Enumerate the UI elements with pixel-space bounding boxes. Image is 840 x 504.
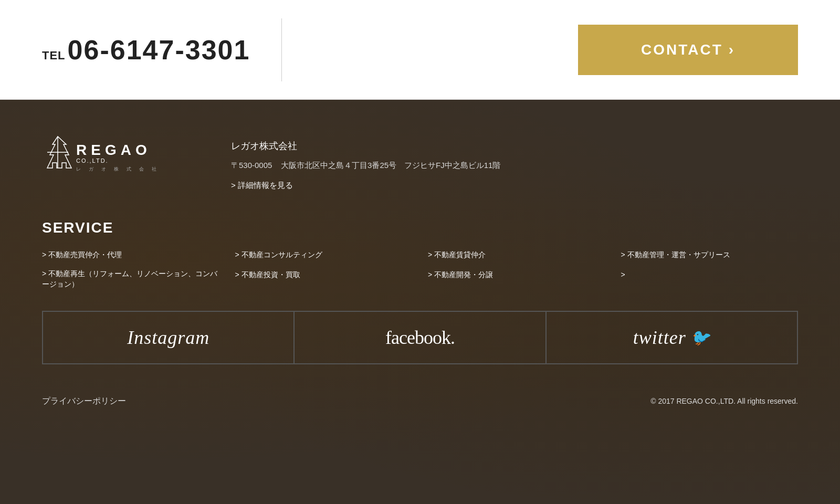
tel-number: 06-6147-3301: [68, 34, 250, 66]
service-item-1[interactable]: 不動産売買仲介・代理: [42, 249, 219, 260]
footer-logo: REGAO CO.,LTD. レ ガ オ 株 式 会 社: [42, 131, 189, 175]
service-grid: 不動産売買仲介・代理 不動産コンサルティング 不動産賃貸仲介 不動産管理・運営・…: [42, 249, 798, 290]
service-item-7[interactable]: 不動産管理・運営・サプリース: [621, 249, 799, 260]
instagram-label: Instagram: [127, 327, 209, 349]
service-item-4[interactable]: 不動産投資・買取: [235, 269, 413, 289]
detail-link[interactable]: 詳細情報を見る: [231, 177, 500, 193]
footer-top: REGAO CO.,LTD. レ ガ オ 株 式 会 社 レガオ株式会社 〒53…: [42, 131, 798, 193]
twitter-button[interactable]: twitter 🐦: [546, 311, 797, 364]
copyright: © 2017 REGAO CO.,LTD. All rights reserve…: [650, 397, 798, 405]
company-name: レガオ株式会社: [231, 136, 500, 155]
header-divider: [281, 18, 282, 81]
footer-bottom: プライバシーポリシー © 2017 REGAO CO.,LTD. All rig…: [42, 385, 798, 407]
svg-text:REGAO: REGAO: [76, 142, 151, 158]
contact-button[interactable]: CONTACT ›: [578, 25, 798, 75]
header: TEL 06-6147-3301 CONTACT ›: [0, 0, 840, 100]
service-title: SERVICE: [42, 219, 798, 236]
twitter-label: twitter 🐦: [633, 327, 710, 349]
privacy-link[interactable]: プライバシーポリシー: [42, 396, 126, 407]
facebook-button[interactable]: facebook.: [294, 311, 545, 364]
service-item-5[interactable]: 不動産賃貸仲介: [428, 249, 605, 260]
footer-content: REGAO CO.,LTD. レ ガ オ 株 式 会 社 レガオ株式会社 〒53…: [42, 131, 798, 407]
svg-text:CO.,LTD.: CO.,LTD.: [76, 158, 109, 164]
twitter-bird-icon: 🐦: [690, 328, 710, 346]
svg-text:レ　ガ　オ　株　式　会　社: レ ガ オ 株 式 会 社: [76, 166, 158, 172]
tel-label: TEL: [42, 49, 66, 62]
header-right: CONTACT ›: [313, 25, 798, 75]
service-item-6[interactable]: 不動産開発・分譲: [428, 269, 605, 289]
service-item-3[interactable]: 不動産コンサルティング: [235, 249, 413, 260]
social-row: Instagram facebook. twitter 🐦: [42, 311, 798, 364]
logo-svg: REGAO CO.,LTD. レ ガ オ 株 式 会 社: [42, 131, 189, 173]
instagram-button[interactable]: Instagram: [43, 311, 294, 364]
service-section: SERVICE 不動産売買仲介・代理 不動産コンサルティング 不動産賃貸仲介 不…: [42, 219, 798, 290]
service-item-8: [621, 269, 799, 289]
tel-block: TEL 06-6147-3301: [42, 34, 250, 66]
service-item-2[interactable]: 不動産再生（リフォーム、リノベーション、コンバージョン）: [42, 269, 219, 289]
company-info: レガオ株式会社 〒530-0005 大阪市北区中之島４丁目3番25号 フジヒサF…: [231, 131, 500, 193]
facebook-label: facebook.: [385, 327, 455, 349]
footer: REGAO CO.,LTD. レ ガ オ 株 式 会 社 レガオ株式会社 〒53…: [0, 100, 840, 504]
company-postal: 〒530-0005 大阪市北区中之島４丁目3番25号 フジヒサFJ中之島ビル11…: [231, 158, 500, 173]
